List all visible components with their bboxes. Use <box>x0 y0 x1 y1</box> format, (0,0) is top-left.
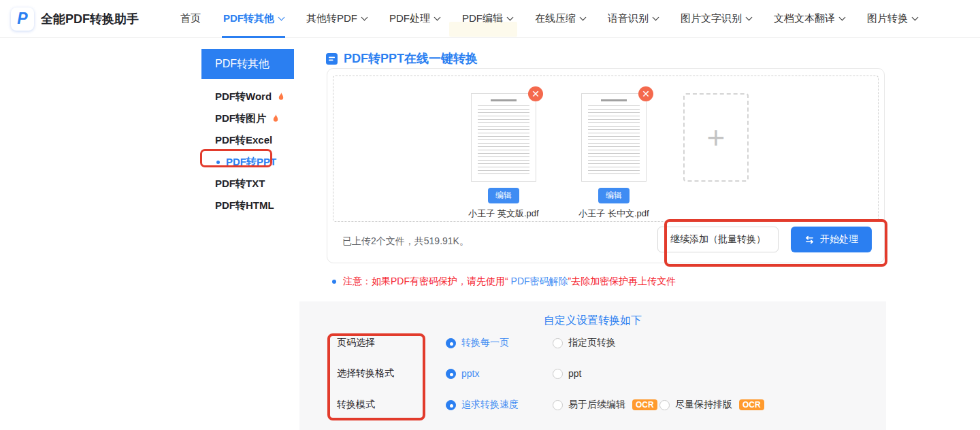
hot-flame-icon <box>272 114 280 123</box>
settings-label: 页码选择 <box>337 337 446 349</box>
radio-label: 尽量保持排版 <box>675 399 732 411</box>
nav-item-pdf-to-other[interactable]: PDF转其他 <box>223 0 284 38</box>
radio-icon <box>553 369 563 379</box>
sidebar-item-pdf-to-word[interactable]: PDF转Word <box>201 86 294 108</box>
upload-dropzone[interactable]: ✕ 编辑 小王子 英文版.pdf ✕ 编辑 小王子 长中文.pdf + <box>333 76 879 222</box>
swap-arrows-icon <box>804 235 815 244</box>
nav-label: 其他转PDF <box>306 12 357 25</box>
sidebar-item-pdf-to-ppt[interactable]: PDF转PPT <box>201 151 294 173</box>
chevron-down-icon <box>912 14 919 21</box>
chevron-down-icon <box>746 14 753 21</box>
nav-item-pdf-process[interactable]: PDF处理 <box>389 0 440 38</box>
app-logo-icon: P <box>11 7 34 31</box>
pdf-thumbnail: ✕ <box>581 93 647 182</box>
chevron-down-icon <box>361 14 368 21</box>
action-buttons: 继续添加（批量转换） 开始处理 <box>657 227 872 252</box>
radio-label: 易于后续编辑 <box>568 399 625 411</box>
sidebar-item-pdf-to-image[interactable]: PDF转图片 <box>201 108 294 129</box>
nav-label: PDF转其他 <box>223 12 274 25</box>
pdf-thumbnail: ✕ <box>471 93 536 182</box>
faint-highlight-box <box>449 22 517 37</box>
edit-file-button[interactable]: 编辑 <box>488 188 519 203</box>
radio-convert-specified-pages[interactable]: 指定页转换 <box>553 337 659 349</box>
plus-icon: + <box>707 122 725 153</box>
conversion-settings-panel: 自定义设置转换如下 页码选择 转换每一页 指定页转换 选择转换格式 pptx p… <box>299 301 886 430</box>
ocr-badge: OCR <box>632 399 657 410</box>
nav-label: PDF处理 <box>389 12 430 25</box>
nav-item-speech-recognition[interactable]: 语音识别 <box>608 0 658 38</box>
nav-item-other-to-pdf[interactable]: 其他转PDF <box>306 0 367 38</box>
upload-footer: 已上传2个文件，共519.91K。 继续添加（批量转换） 开始处理 <box>327 220 884 263</box>
thumb-text-lines <box>588 105 640 174</box>
uploaded-file-item: ✕ 编辑 小王子 英文版.pdf <box>463 93 544 220</box>
radio-icon <box>446 369 456 379</box>
add-file-tile[interactable]: + <box>683 93 749 182</box>
file-name: 小王子 长中文.pdf <box>578 208 649 220</box>
nav-label: 在线压缩 <box>535 12 576 25</box>
remove-file-button[interactable]: ✕ <box>638 86 653 101</box>
sidebar-item-label: PDF转TXT <box>215 178 265 191</box>
brand[interactable]: P 全能PDF转换助手 <box>0 7 180 31</box>
radio-icon <box>659 400 670 410</box>
radio-icon <box>553 400 563 410</box>
remove-file-button[interactable]: ✕ <box>528 86 543 101</box>
note-bullet-dot <box>332 280 336 284</box>
sidebar-item-label: PDF转图片 <box>215 112 266 125</box>
upload-card: ✕ 编辑 小王子 英文版.pdf ✕ 编辑 小王子 长中文.pdf + 已上传2… <box>327 68 885 263</box>
sidebar: PDF转其他 PDF转Word PDF转图片 PDF转Excel PDF转PPT… <box>201 49 294 226</box>
add-more-button[interactable]: 继续添加（批量转换） <box>657 227 779 252</box>
sidebar-list: PDF转Word PDF转图片 PDF转Excel PDF转PPT PDF转TX… <box>201 79 294 226</box>
sidebar-item-label: PDF转HTML <box>215 199 274 212</box>
thumb-text-line <box>491 99 517 101</box>
radio-convert-every-page[interactable]: 转换每一页 <box>446 337 553 349</box>
sidebar-header: PDF转其他 <box>201 49 294 79</box>
chevron-down-icon <box>653 14 659 21</box>
nav-item-home[interactable]: 首页 <box>180 0 201 38</box>
nav-label: 图片文字识别 <box>681 12 742 25</box>
main-nav: 首页 PDF转其他 其他转PDF PDF处理 PDF编辑 在线压缩 语音识别 图… <box>180 0 917 38</box>
thumb-text-line <box>601 99 627 101</box>
app-title: 全能PDF转换助手 <box>41 11 139 27</box>
sidebar-item-label: PDF转Word <box>215 90 272 103</box>
thumb-text-lines <box>478 105 529 174</box>
settings-label: 选择转换格式 <box>337 367 446 380</box>
ocr-badge: OCR <box>739 399 764 410</box>
chevron-down-icon <box>580 14 587 21</box>
radio-icon <box>446 400 456 410</box>
uploaded-file-item: ✕ 编辑 小王子 长中文.pdf <box>573 93 655 220</box>
radio-label: 追求转换速度 <box>461 399 519 411</box>
nav-item-image-convert[interactable]: 图片转换 <box>867 0 917 38</box>
sidebar-item-pdf-to-html[interactable]: PDF转HTML <box>201 195 294 216</box>
hot-flame-icon <box>277 93 285 101</box>
radio-icon <box>553 338 563 348</box>
nav-label: 语音识别 <box>608 12 649 25</box>
radio-label: pptx <box>461 368 479 379</box>
nav-item-online-compress[interactable]: 在线压缩 <box>535 0 585 38</box>
file-name: 小王子 英文版.pdf <box>468 208 538 220</box>
radio-mode-speed[interactable]: 追求转换速度 <box>446 399 553 411</box>
sidebar-item-label: PDF转PPT <box>226 156 276 169</box>
radio-mode-editable[interactable]: 易于后续编辑 OCR <box>553 399 659 411</box>
radio-format-ppt[interactable]: ppt <box>553 368 659 379</box>
settings-row-convert-mode: 转换模式 追求转换速度 易于后续编辑 OCR 尽量保持排版 OCR <box>337 399 764 411</box>
start-processing-button[interactable]: 开始处理 <box>791 227 872 252</box>
settings-row-page-select: 页码选择 转换每一页 指定页转换 <box>337 337 659 349</box>
chevron-down-icon <box>507 14 514 21</box>
page-title-row: PDF转PPT在线一键转换 <box>325 50 478 67</box>
nav-item-doc-translate[interactable]: 文档文本翻译 <box>774 0 845 38</box>
pdf-unlock-link[interactable]: PDF密码解除 <box>508 276 568 286</box>
radio-mode-keep-layout[interactable]: 尽量保持排版 OCR <box>659 399 764 411</box>
page-title: PDF转PPT在线一键转换 <box>344 50 478 67</box>
chevron-down-icon <box>278 14 285 21</box>
sidebar-item-pdf-to-excel[interactable]: PDF转Excel <box>201 129 294 151</box>
document-icon <box>325 52 338 65</box>
settings-row-output-format: 选择转换格式 pptx ppt <box>337 367 659 380</box>
nav-label: 首页 <box>180 12 201 25</box>
radio-label: ppt <box>568 368 581 379</box>
sidebar-item-pdf-to-txt[interactable]: PDF转TXT <box>201 173 294 195</box>
nav-item-image-ocr[interactable]: 图片文字识别 <box>681 0 751 38</box>
radio-icon <box>446 338 456 348</box>
radio-format-pptx[interactable]: pptx <box>446 368 553 379</box>
page: P 全能PDF转换助手 首页 PDF转其他 其他转PDF PDF处理 PDF编辑… <box>0 0 980 430</box>
edit-file-button[interactable]: 编辑 <box>598 188 630 203</box>
